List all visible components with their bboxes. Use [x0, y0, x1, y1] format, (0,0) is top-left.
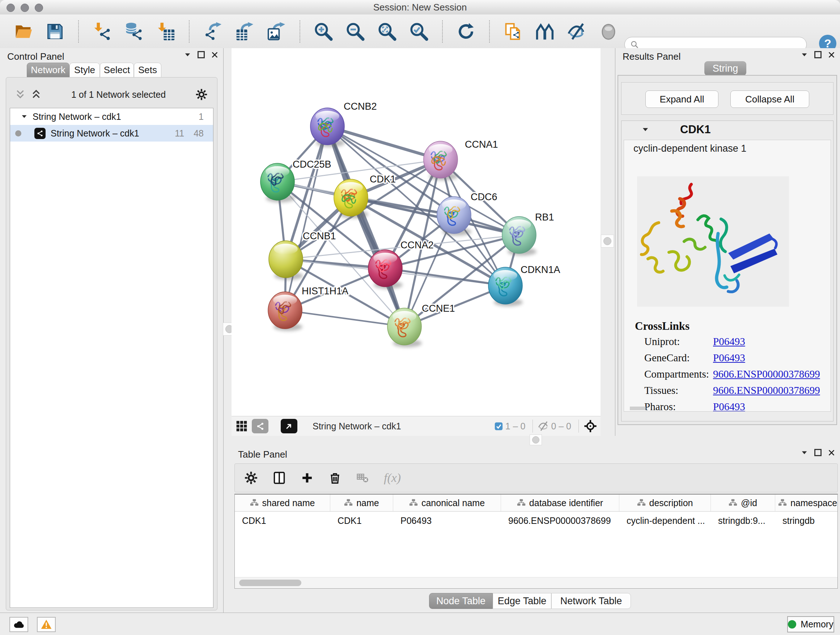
network-node-CCNE1[interactable]	[387, 308, 422, 347]
show-all-button[interactable]	[598, 21, 619, 42]
open-session-button[interactable]	[13, 21, 33, 42]
panel-close-icon[interactable]	[211, 51, 218, 58]
crosslink-link[interactable]: P06493	[713, 352, 745, 364]
crosslink-label: GeneCard:	[644, 352, 690, 364]
delete-column-icon[interactable]	[328, 471, 342, 485]
memory-button[interactable]: Memory	[787, 616, 834, 632]
crosslink-link[interactable]: P06493	[713, 336, 745, 348]
panel-float-icon[interactable]	[197, 51, 205, 58]
column-header-shared-name[interactable]: shared name	[235, 494, 330, 511]
birdseye-grid-icon[interactable]	[236, 420, 248, 432]
tab-edge-table[interactable]: Edge Table	[493, 593, 551, 609]
panel-menu-icon[interactable]	[184, 51, 191, 58]
tab-network-table[interactable]: Network Table	[551, 593, 631, 609]
tab-node-table[interactable]: Node Table	[429, 593, 493, 609]
gene-section: CDK1 cyclin-dependent kinase 1	[621, 120, 834, 421]
warnings-button[interactable]	[37, 617, 56, 632]
zoom-out-button[interactable]	[345, 21, 365, 42]
crosslink-label: Tissues:	[644, 385, 678, 396]
bottom-split-handle[interactable]	[530, 434, 542, 445]
gene-section-header[interactable]: CDK1	[622, 121, 833, 138]
panel-close-icon[interactable]	[828, 449, 835, 456]
column-header-canonical-name[interactable]: canonical name	[393, 494, 501, 511]
tab-style[interactable]: Style	[69, 63, 100, 77]
column-header-@id[interactable]: @id	[711, 494, 775, 511]
results-scrollbar[interactable]	[630, 407, 646, 410]
expand-all-networks-icon[interactable]	[31, 89, 42, 100]
tab-select[interactable]: Select	[100, 63, 134, 77]
table-options-gear-icon[interactable]	[244, 471, 258, 485]
export-image-button[interactable]	[266, 21, 286, 42]
import-network-file-button[interactable]	[92, 21, 112, 42]
expand-all-button[interactable]: Expand All	[645, 90, 718, 108]
network-options-gear-icon[interactable]	[195, 88, 208, 101]
crosslink-link[interactable]: P06493	[713, 401, 745, 412]
right-split-handle[interactable]	[601, 234, 614, 248]
hide-selected-button[interactable]	[567, 21, 587, 42]
network-canvas[interactable]: CCNB2CCNA1CDC25BCDK1CDC6RB1CCNB1CCNA2CDK…	[232, 48, 600, 416]
zoom-selected-button[interactable]	[409, 21, 429, 42]
network-node-HIST1H1A[interactable]	[268, 292, 302, 331]
column-header-database-identifier[interactable]: database identifier	[501, 494, 619, 511]
panel-float-icon[interactable]	[814, 449, 821, 456]
network-node-RB1[interactable]	[502, 217, 537, 256]
network-row[interactable]: String Network – cdk1 11 48	[10, 125, 213, 141]
fit-selected-crosshair-icon[interactable]	[584, 420, 597, 432]
node-label: CCNA1	[465, 139, 498, 150]
import-table-button[interactable]	[156, 21, 176, 42]
table-hscrollbar[interactable]	[235, 577, 837, 588]
detach-view-button[interactable]	[281, 419, 297, 433]
panel-close-icon[interactable]	[828, 51, 835, 58]
network-collection-row[interactable]: String Network – cdk1 1	[10, 108, 213, 125]
import-network-database-button[interactable]	[124, 21, 144, 42]
show-columns-icon[interactable]	[272, 471, 286, 485]
hidden-eye-icon[interactable]	[538, 421, 549, 432]
network-node-CCNB2[interactable]	[310, 108, 345, 147]
hidden-counts: 0 – 0	[551, 421, 571, 432]
zoom-fit-button[interactable]	[377, 21, 397, 42]
panel-menu-icon[interactable]	[801, 51, 808, 58]
collapse-all-button[interactable]: Collapse All	[730, 90, 809, 108]
crosslink-link[interactable]: 9606.ENSP00000378699	[713, 385, 820, 396]
panel-menu-icon[interactable]	[801, 449, 808, 456]
apply-layout-button[interactable]	[456, 21, 476, 42]
collection-expand-icon[interactable]	[21, 113, 27, 120]
network-node-CDC25B[interactable]	[261, 163, 295, 203]
network-share-button[interactable]	[252, 419, 268, 433]
save-session-button[interactable]	[45, 21, 65, 42]
node-label: CCNA2	[401, 240, 434, 250]
column-header-description[interactable]: description	[619, 494, 711, 511]
table-row[interactable]: CDK1CDK1P064939606.ENSP00000378699cyclin…	[235, 511, 837, 530]
cloud-status-button[interactable]	[9, 617, 28, 632]
network-edge[interactable]	[385, 268, 505, 286]
table-hscroll-thumb[interactable]	[239, 580, 302, 586]
section-collapse-icon[interactable]	[642, 126, 649, 133]
toolbar-separator	[78, 20, 79, 43]
add-column-icon[interactable]	[301, 471, 314, 485]
tab-sets[interactable]: Sets	[134, 63, 161, 77]
network-node-CCNA1[interactable]	[424, 141, 458, 180]
node-label: CDKN1A	[521, 264, 561, 275]
tab-string[interactable]: String	[704, 61, 746, 76]
network-node-CCNA2[interactable]	[368, 250, 403, 289]
zoom-in-button[interactable]	[313, 21, 333, 42]
panel-float-icon[interactable]	[814, 51, 821, 58]
selected-nodes-checkbox-icon[interactable]	[494, 422, 503, 431]
first-neighbors-button[interactable]	[535, 21, 555, 42]
tab-network[interactable]: Network	[27, 63, 69, 77]
collection-count: 1	[199, 111, 204, 122]
network-edge[interactable]	[285, 126, 327, 310]
node-label: HIST1H1A	[302, 286, 348, 296]
network-node-CDKN1A[interactable]	[488, 267, 523, 306]
network-node-CDK1[interactable]	[334, 179, 368, 218]
export-network-button[interactable]	[202, 21, 223, 42]
control-panel: Control Panel NetworkStyleSelectSets 1 o…	[0, 48, 224, 613]
column-header-namespace[interactable]: namespace	[775, 494, 838, 511]
column-header-name[interactable]: name	[330, 494, 393, 511]
network-edge[interactable]	[285, 310, 404, 326]
crosslink-link[interactable]: 9606.ENSP00000378699	[713, 368, 820, 380]
export-table-button[interactable]	[234, 21, 255, 42]
collapse-all-networks-icon[interactable]	[15, 89, 26, 100]
clone-network-button[interactable]	[503, 21, 523, 42]
network-node-CCNB1[interactable]	[269, 241, 303, 280]
